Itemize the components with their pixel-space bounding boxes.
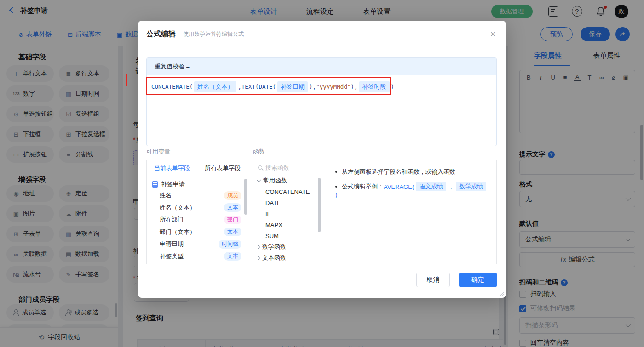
functions-label: 函数 <box>253 148 265 156</box>
modal-header: 公式编辑 使用数学运算符编辑公式 × <box>138 21 506 47</box>
form-designer-app: 补签申请 表单设计流程设定表单设置 数据管理 ? 政 ⊘表单外链⊡后端脚本▣数据… <box>0 0 644 347</box>
bullet-icon <box>335 171 337 173</box>
function-item-SUM[interactable]: SUM <box>253 230 322 241</box>
type-badge: 部门 <box>224 216 242 224</box>
function-search <box>253 160 322 175</box>
functions-scrollbar[interactable] <box>318 178 321 232</box>
variable-name: 姓名（文本） <box>160 204 196 212</box>
formula-target-field: 重复值校验 = <box>147 58 496 75</box>
variable-row-申请日期[interactable]: 申请日期时间戳 <box>147 238 248 250</box>
function-group-常用函数[interactable]: 常用函数 <box>253 175 322 186</box>
chevron-down-icon <box>257 178 261 182</box>
formula-function-text: ), <box>351 83 357 90</box>
variables-panel: 当前表单字段所有表单字段 补签申请 姓名成员姓名（文本）文本所在部门部门部门（文… <box>146 160 248 264</box>
type-badge: 文本 <box>224 228 242 236</box>
variable-name: 部门（文本） <box>160 228 196 236</box>
variables-label: 可用变量 <box>146 148 170 156</box>
chevron-right-icon <box>256 256 260 260</box>
chevron-right-icon <box>256 245 260 249</box>
type-badge: 文本 <box>224 252 242 261</box>
variable-row-补签类型[interactable]: 补签类型文本 <box>147 250 248 263</box>
function-group-数学函数[interactable]: 数学函数 <box>253 241 322 252</box>
function-group-label: 数学函数 <box>262 243 286 251</box>
close-icon[interactable]: × <box>490 29 496 39</box>
function-group-文本函数[interactable]: 文本函数 <box>253 252 322 263</box>
function-item-CONCATENATE[interactable]: CONCATENATE <box>253 186 322 197</box>
resize-handle[interactable] <box>500 291 504 296</box>
variable-name: 所在部门 <box>160 216 184 224</box>
formula-string-literal: "yyyyMMdd" <box>316 83 351 90</box>
modal-title: 公式编辑 <box>146 29 176 39</box>
type-badge: 文本 <box>224 203 242 212</box>
confirm-button[interactable]: 确定 <box>459 273 497 287</box>
help-bullet-2: 公式编辑举例：AVERAGE(语文成绩，数学成绩) <box>335 182 489 198</box>
example-chip: 语文成绩 <box>416 182 446 191</box>
example-chip: 数学成绩 <box>456 182 486 191</box>
vars-tab-所有表单字段[interactable]: 所有表单字段 <box>197 164 248 172</box>
function-item-MAPX[interactable]: MAPX <box>253 219 322 230</box>
formula-editor-area: 重复值校验 = CONCATENATE(姓名（文本）,TEXT(DATE(补签日… <box>146 57 497 146</box>
formula-editor-modal: 公式编辑 使用数学运算符编辑公式 × 重复值校验 = CONCATENATE(姓… <box>138 21 506 298</box>
formula-function-text: ), <box>309 83 316 90</box>
formula-help-panel: 从左侧面板选择字段名和函数，或输入函数 公式编辑举例：AVERAGE(语文成绩，… <box>328 160 497 264</box>
functions-panel: 常用函数CONCATENATEDATEIFMAPXSUM数学函数文本函数 <box>253 160 322 264</box>
variables-tabs: 当前表单字段所有表单字段 <box>147 160 248 176</box>
bullet-icon <box>335 186 337 188</box>
formula-function-text: ,TEXT(DATE( <box>238 83 276 90</box>
vars-tab-当前表单字段[interactable]: 当前表单字段 <box>147 164 197 172</box>
cancel-button[interactable]: 取消 <box>416 273 450 287</box>
variable-row-所在部门[interactable]: 所在部门部门 <box>147 214 248 226</box>
type-badge: 成员 <box>224 191 242 200</box>
function-group-label: 文本函数 <box>262 254 286 262</box>
variable-name: 申请日期 <box>160 240 184 248</box>
variable-row-姓名[interactable]: 姓名成员 <box>147 189 248 202</box>
help-bullet-1: 从左侧面板选择字段名和函数，或输入函数 <box>335 168 489 176</box>
formula-field-chip[interactable]: 补签时段 <box>359 81 390 92</box>
formula-field-chip[interactable]: 姓名（文本） <box>194 81 236 92</box>
variable-row-部门（文本）[interactable]: 部门（文本）文本 <box>147 226 248 239</box>
variable-name: 补签类型 <box>160 252 184 261</box>
function-item-IF[interactable]: IF <box>253 208 322 219</box>
function-group-label: 常用函数 <box>263 176 287 185</box>
search-icon <box>258 165 262 170</box>
variable-row-姓名（文本）[interactable]: 姓名（文本）文本 <box>147 202 248 214</box>
formula-function-text: CONCATENATE( <box>151 83 193 90</box>
function-search-input[interactable] <box>265 164 311 171</box>
function-item-DATE[interactable]: DATE <box>253 197 322 208</box>
formula-expression[interactable]: CONCATENATE(姓名（文本）,TEXT(DATE(补签日期),"yyyy… <box>147 75 496 98</box>
type-badge: 时间戳 <box>218 240 242 249</box>
modal-subtitle: 使用数学运算符编辑公式 <box>183 30 244 38</box>
variable-name: 姓名 <box>160 191 172 199</box>
form-tree-root[interactable]: 补签申请 <box>147 176 248 189</box>
variables-scrollbar[interactable] <box>244 179 247 215</box>
formula-field-chip[interactable]: 补签日期 <box>277 81 308 92</box>
form-doc-icon <box>152 181 158 188</box>
formula-function-text: ) <box>391 83 395 90</box>
